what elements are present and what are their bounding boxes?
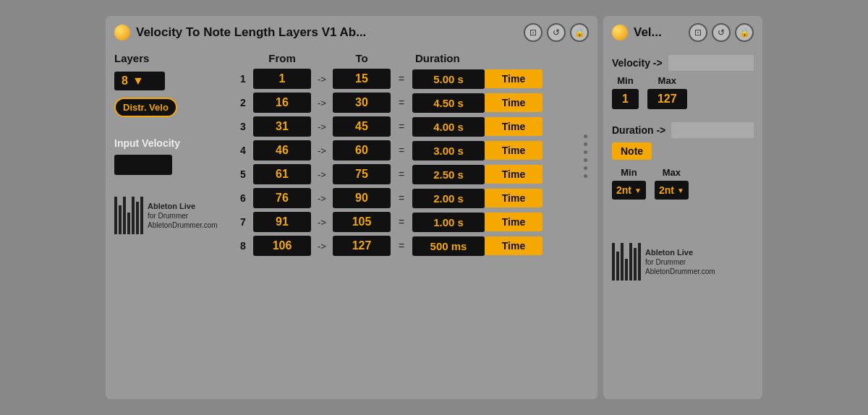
- row-num-3: 4: [233, 145, 253, 156]
- duration-max-dropdown[interactable]: 2nt ▼: [655, 181, 689, 200]
- row-from-4[interactable]: 61: [253, 164, 311, 184]
- duration-min-chevron: ▼: [634, 187, 642, 194]
- table-row: 8 106 -> 127 = 500 ms Time: [230, 236, 582, 256]
- row-arrow-2: ->: [311, 121, 333, 132]
- row-arrow-4: ->: [311, 169, 333, 180]
- row-dur-7[interactable]: 500 ms: [412, 236, 485, 256]
- row-from-5[interactable]: 76: [253, 188, 311, 208]
- table-header: From To Duration: [230, 52, 582, 64]
- barcode-main: [114, 197, 143, 234]
- side-lock-icon[interactable]: 🔒: [735, 23, 754, 42]
- main-panel-title: Velocity To Note Length Layers V1 Ab...: [136, 25, 518, 40]
- row-type-1[interactable]: Time: [485, 93, 542, 112]
- duration-section-row: Duration ->: [612, 122, 754, 138]
- row-type-0[interactable]: Time: [485, 69, 542, 88]
- col-from-label: From: [253, 52, 311, 64]
- row-from-3[interactable]: 46: [253, 140, 311, 161]
- side-panel-title: Vel...: [634, 25, 683, 40]
- row-eq-7: =: [391, 240, 412, 252]
- row-arrow-3: ->: [311, 145, 333, 156]
- row-num-1: 2: [233, 97, 253, 108]
- velocity-max-value[interactable]: 127: [647, 89, 687, 109]
- duration-max-chevron: ▼: [677, 187, 684, 194]
- left-column: Layers 8 ▼ Distr. Velo Input Velocity: [114, 52, 230, 260]
- row-from-2[interactable]: 31: [253, 116, 311, 137]
- row-arrow-0: ->: [311, 74, 333, 85]
- row-dur-3[interactable]: 3.00 s: [412, 141, 485, 161]
- row-dur-1[interactable]: 4.50 s: [412, 93, 485, 113]
- side-led[interactable]: [612, 25, 628, 40]
- divider-dots: [582, 52, 589, 260]
- side-refresh-icon[interactable]: ↺: [712, 23, 731, 42]
- duration-min-col: Min 2nt ▼: [612, 167, 646, 200]
- row-from-0[interactable]: 1: [253, 69, 311, 89]
- row-type-6[interactable]: Time: [485, 213, 542, 231]
- velocity-min-value[interactable]: 1: [612, 89, 639, 109]
- row-dur-5[interactable]: 2.00 s: [412, 189, 485, 208]
- row-num-0: 1: [233, 73, 253, 85]
- duration-min-dropdown[interactable]: 2nt ▼: [612, 181, 646, 200]
- velocity-max-label: Max: [647, 75, 687, 86]
- row-eq-4: =: [391, 168, 412, 180]
- row-type-5[interactable]: Time: [485, 189, 542, 208]
- row-type-4[interactable]: Time: [485, 165, 542, 184]
- row-to-5[interactable]: 90: [333, 188, 391, 208]
- save-icon[interactable]: ⊡: [524, 23, 542, 42]
- input-velocity-box[interactable]: [114, 155, 172, 175]
- main-panel-header: Velocity To Note Length Layers V1 Ab... …: [114, 23, 589, 42]
- row-num-7: 8: [233, 240, 253, 252]
- row-to-1[interactable]: 30: [333, 93, 391, 113]
- row-dur-4[interactable]: 2.50 s: [412, 165, 485, 184]
- row-to-7[interactable]: 127: [333, 236, 391, 256]
- side-panel: Vel... ⊡ ↺ 🔒 Velocity -> Min 1 Max 127 D: [603, 16, 762, 399]
- row-from-7[interactable]: 106: [253, 236, 311, 256]
- row-to-2[interactable]: 45: [333, 116, 391, 137]
- ableton-text-main: Ableton Live for Drummer AbletonDrummer.…: [148, 201, 218, 230]
- velocity-label: Velocity ->: [612, 57, 663, 69]
- refresh-icon[interactable]: ↺: [547, 23, 566, 42]
- layers-label: Layers: [114, 52, 223, 64]
- row-arrow-7: ->: [311, 241, 333, 252]
- table-row: 6 76 -> 90 = 2.00 s Time: [230, 188, 582, 208]
- duration-max-col: Max 2nt ▼: [655, 167, 689, 200]
- barcode-side: [612, 243, 641, 281]
- lock-icon[interactable]: 🔒: [570, 23, 589, 42]
- row-dur-6[interactable]: 1.00 s: [412, 213, 485, 232]
- distr-velo-button[interactable]: Distr. Velo: [114, 98, 177, 117]
- table-row: 4 46 -> 60 = 3.00 s Time: [230, 140, 582, 161]
- row-num-5: 6: [233, 192, 253, 204]
- row-to-6[interactable]: 105: [333, 212, 391, 232]
- side-save-icon[interactable]: ⊡: [689, 23, 707, 42]
- main-panel: Velocity To Note Length Layers V1 Ab... …: [106, 16, 597, 399]
- side-header-icons: ⊡ ↺ 🔒: [689, 23, 754, 42]
- layers-dropdown[interactable]: 8 ▼: [114, 72, 165, 90]
- row-type-3[interactable]: Time: [485, 141, 542, 160]
- row-from-1[interactable]: 16: [253, 93, 311, 113]
- dot-2: [584, 142, 587, 146]
- row-to-3[interactable]: 60: [333, 140, 391, 161]
- table-row: 7 91 -> 105 = 1.00 s Time: [230, 212, 582, 232]
- row-eq-1: =: [391, 97, 412, 108]
- row-to-0[interactable]: 15: [333, 69, 391, 89]
- ableton-logo-side: Ableton Live for Drummer AbletonDrummer.…: [612, 243, 754, 281]
- table-row: 2 16 -> 30 = 4.50 s Time: [230, 93, 582, 113]
- row-num-4: 5: [233, 168, 253, 180]
- row-to-4[interactable]: 75: [333, 164, 391, 184]
- row-dur-2[interactable]: 4.00 s: [412, 117, 485, 137]
- row-type-7[interactable]: Time: [485, 236, 542, 255]
- velocity-display-box: [668, 55, 754, 71]
- row-eq-2: =: [391, 121, 412, 132]
- row-from-6[interactable]: 91: [253, 212, 311, 232]
- dot-1: [584, 134, 587, 138]
- table-row: 3 31 -> 45 = 4.00 s Time: [230, 116, 582, 137]
- row-eq-3: =: [391, 145, 412, 156]
- dot-4: [584, 158, 587, 162]
- velocity-min-max-row: Min 1 Max 127: [612, 75, 754, 109]
- velocity-min-label: Min: [612, 75, 639, 86]
- note-button[interactable]: Note: [612, 142, 652, 160]
- table-column: From To Duration 1 1 -> 15 = 5.00 s Time…: [230, 52, 582, 260]
- row-type-2[interactable]: Time: [485, 117, 542, 136]
- main-led[interactable]: [114, 25, 130, 40]
- row-arrow-1: ->: [311, 98, 333, 108]
- row-dur-0[interactable]: 5.00 s: [412, 69, 485, 89]
